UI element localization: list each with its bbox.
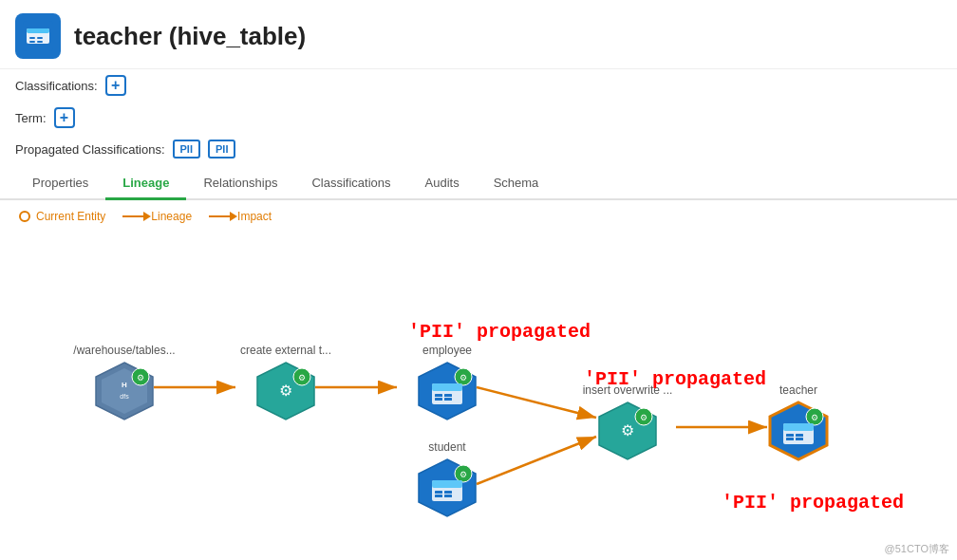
svg-rect-31 [444,398,452,401]
svg-rect-49 [432,480,462,488]
legend-impact-label: Impact [237,210,272,223]
legend-lineage-label: Lineage [151,210,192,223]
term-row: Term: + [0,102,957,134]
svg-rect-3 [29,37,35,39]
svg-text:⚙: ⚙ [298,373,306,383]
svg-text:/warehouse/tables...: /warehouse/tables... [73,344,175,357]
svg-text:'PII' propagated: 'PII' propagated [584,368,766,390]
svg-text:teacher: teacher [779,383,817,397]
svg-rect-51 [444,491,452,494]
svg-rect-53 [444,495,452,497]
svg-rect-5 [29,41,35,43]
propagated-label: Propagated Classifications: [15,142,165,157]
svg-line-10 [477,387,596,418]
svg-text:create external t...: create external t... [240,344,331,357]
teacher-node: ⚙ [770,402,827,459]
svg-text:dfs: dfs [120,393,129,400]
tab-schema[interactable]: Schema [477,168,556,200]
tab-properties[interactable]: Properties [15,168,105,200]
legend-bar: Current Entity Lineage Impact [0,200,957,233]
svg-text:student: student [428,440,466,454]
legend-lineage: Lineage [122,210,192,223]
pii-badge-1[interactable]: PII [173,140,200,159]
svg-rect-50 [435,491,442,494]
watermark: @51CTO博客 [885,542,949,556]
svg-rect-52 [435,495,442,497]
tab-relationships[interactable]: Relationships [186,168,294,200]
page-title: teacher (hive_table) [74,22,306,51]
add-term-button[interactable]: + [54,107,75,128]
current-entity-icon [19,211,30,222]
svg-rect-40 [783,423,814,431]
propagated-row: Propagated Classifications: PII PII [0,134,957,164]
svg-rect-41 [786,434,794,437]
svg-text:⚙: ⚙ [460,373,467,383]
svg-text:⚙: ⚙ [460,470,467,479]
classifications-label: Classifications: [15,79,98,93]
add-classification-button[interactable]: + [105,75,126,96]
svg-rect-30 [435,398,442,401]
svg-rect-27 [432,383,462,391]
svg-text:⚙: ⚙ [811,413,818,422]
process2-node: ⚙ ⚙ [599,402,656,459]
svg-text:⚙: ⚙ [279,383,292,399]
tab-lineage[interactable]: Lineage [105,168,186,200]
svg-text:'PII' propagated: 'PII' propagated [408,321,591,343]
process1-node: ⚙ ⚙ [257,363,314,420]
legend-impact: Impact [209,210,272,223]
svg-text:⚙: ⚙ [640,413,647,422]
svg-rect-42 [796,434,803,437]
term-label: Term: [15,111,47,125]
svg-text:⚙: ⚙ [621,422,634,439]
svg-rect-2 [27,28,49,33]
svg-line-11 [477,437,596,484]
svg-rect-28 [435,394,442,397]
legend-current-entity: Current Entity [19,210,105,223]
tab-audits[interactable]: Audits [408,168,477,200]
hdfs-node: H dfs ⚙ [96,363,153,420]
tab-classifications[interactable]: Classifications [294,168,407,200]
svg-text:'PII' propagated: 'PII' propagated [722,492,904,513]
svg-rect-29 [444,394,452,397]
svg-text:⚙: ⚙ [137,373,144,383]
entity-type-icon [15,13,61,59]
impact-arrow-icon [209,215,232,217]
svg-rect-43 [786,438,794,440]
legend-current-entity-label: Current Entity [36,210,105,223]
svg-text:H: H [122,381,127,389]
lineage-diagram: H dfs ⚙ ⚙ ⚙ ⚙ [0,233,957,546]
classifications-row: Classifications: + [0,69,957,102]
page-header: teacher (hive_table) [0,0,957,69]
svg-text:employee: employee [422,344,472,357]
pii-badge-2[interactable]: PII [208,140,235,159]
svg-rect-44 [796,438,803,440]
student-node: ⚙ [419,459,476,516]
svg-rect-6 [37,41,43,43]
employee-node: ⚙ [419,363,476,420]
lineage-arrow-icon [122,215,145,217]
svg-rect-4 [37,37,43,39]
tab-bar: Properties Lineage Relationships Classif… [0,168,957,200]
